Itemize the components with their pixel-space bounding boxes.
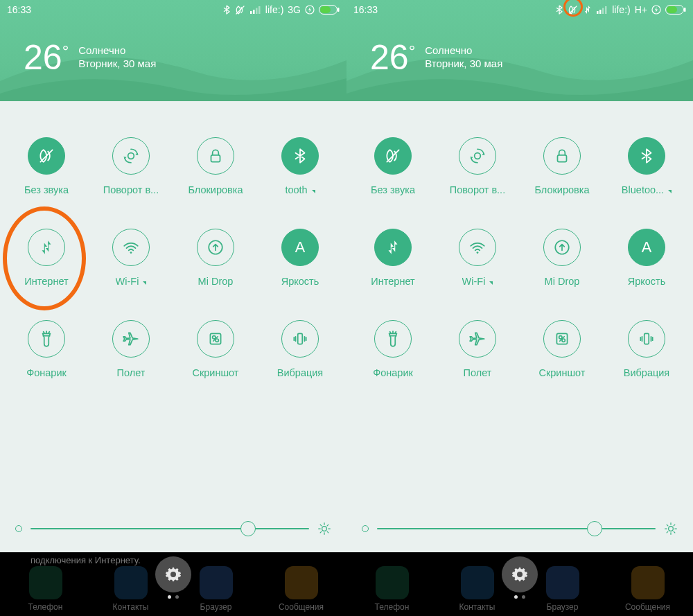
toggle-label: Скриншот bbox=[538, 367, 585, 378]
toggle-bright[interactable]: AЯркость bbox=[604, 229, 689, 287]
toggle-vibe[interactable]: Вибрация bbox=[604, 320, 689, 378]
toggle-bt[interactable]: Bluetoo... bbox=[604, 137, 689, 195]
toggle-label: Полет bbox=[117, 367, 146, 378]
weather-date: Вторник, 30 мая bbox=[425, 58, 502, 69]
dock-app[interactable]: Сообщения bbox=[260, 566, 343, 612]
settings-button[interactable] bbox=[502, 556, 538, 592]
shot-icon bbox=[543, 320, 581, 358]
svg-line-32 bbox=[327, 525, 328, 526]
svg-rect-35 bbox=[599, 10, 602, 14]
svg-line-17 bbox=[44, 332, 44, 333]
toggle-plane[interactable]: Полет bbox=[435, 320, 520, 378]
toggle-label: tooth bbox=[285, 184, 315, 195]
toggle-torch[interactable]: Фонарик bbox=[351, 320, 435, 378]
svg-rect-41 bbox=[667, 6, 677, 13]
toggle-rotate[interactable]: Поворот в... bbox=[89, 137, 173, 195]
gear-icon bbox=[511, 566, 528, 583]
toggle-wifi[interactable]: Wi-Fi bbox=[435, 229, 520, 287]
toggle-data[interactable]: Интернет bbox=[351, 229, 435, 287]
toggle-torch[interactable]: Фонарик bbox=[4, 320, 89, 378]
svg-rect-36 bbox=[602, 8, 604, 15]
svg-line-30 bbox=[327, 531, 328, 533]
toggle-lock[interactable]: Блокировка bbox=[173, 137, 258, 195]
page-dots bbox=[168, 595, 179, 599]
midrop-icon bbox=[543, 229, 581, 266]
svg-rect-2 bbox=[253, 10, 255, 14]
dock-app[interactable]: Сообщения bbox=[606, 566, 690, 612]
weather-date: Вторник, 30 мая bbox=[78, 58, 156, 69]
app-icon bbox=[29, 566, 62, 599]
weather-widget[interactable]: 26° Солнечно Вторник, 30 мая bbox=[346, 19, 693, 75]
brightness-auto-toggle[interactable] bbox=[362, 525, 369, 532]
svg-rect-34 bbox=[597, 11, 599, 14]
toggle-label: Вибрация bbox=[277, 367, 323, 378]
svg-line-31 bbox=[320, 531, 322, 533]
svg-point-54 bbox=[562, 339, 565, 342]
settings-button[interactable] bbox=[155, 556, 191, 592]
app-label: Сообщения bbox=[625, 602, 670, 612]
toggle-vibe[interactable]: Вибрация bbox=[258, 320, 342, 378]
status-network: 3G bbox=[288, 4, 301, 15]
torch-icon bbox=[28, 320, 65, 358]
app-label: Браузер bbox=[547, 602, 579, 612]
toggle-midrop[interactable]: Mi Drop bbox=[173, 229, 258, 287]
status-bar[interactable]: 16:33 life:) 3G bbox=[0, 0, 346, 19]
plane-icon bbox=[112, 320, 150, 358]
svg-point-43 bbox=[475, 153, 481, 159]
toggle-label: Скриншот bbox=[192, 367, 238, 378]
status-bar[interactable]: 16:33 life:) H+ bbox=[346, 0, 693, 19]
home-dock: подключения к Интернету. Телефон Контакт… bbox=[0, 552, 346, 616]
weather-widget[interactable]: 26° Солнечно Вторник, 30 мая bbox=[0, 19, 346, 75]
mute-icon bbox=[28, 137, 65, 175]
brightness-thumb[interactable] bbox=[587, 521, 602, 536]
toggle-wifi[interactable]: Wi-Fi bbox=[89, 229, 173, 287]
toggle-bright[interactable]: AЯркость bbox=[258, 229, 342, 287]
lock-icon bbox=[197, 137, 234, 175]
toggle-label: Mi Drop bbox=[545, 276, 580, 287]
brightness-slider[interactable] bbox=[377, 528, 656, 529]
dock-app[interactable]: Телефон bbox=[351, 566, 434, 612]
toggle-shot[interactable]: Скриншот bbox=[520, 320, 604, 378]
dock-app[interactable]: Телефон bbox=[4, 566, 87, 612]
weather-condition: Солнечно bbox=[78, 44, 156, 56]
brightness-slider[interactable] bbox=[30, 528, 309, 529]
svg-point-45 bbox=[477, 252, 479, 254]
home-dock: Телефон Контакты Браузер Сообщения bbox=[346, 552, 693, 616]
svg-text:A: A bbox=[295, 238, 306, 256]
svg-rect-8 bbox=[320, 6, 331, 13]
toggle-mute[interactable]: Без звука bbox=[4, 137, 89, 195]
page-dots bbox=[514, 595, 525, 599]
toggle-shot[interactable]: Скриншот bbox=[173, 320, 258, 378]
weather-temp: 26° bbox=[24, 40, 69, 75]
toggle-midrop[interactable]: Mi Drop bbox=[520, 229, 604, 287]
app-label: Телефон bbox=[28, 602, 63, 612]
battery-icon bbox=[665, 5, 686, 15]
app-label: Телефон bbox=[375, 602, 410, 612]
toggle-plane[interactable]: Полет bbox=[89, 320, 173, 378]
toggle-bt[interactable]: tooth bbox=[258, 137, 342, 195]
toggle-label: Интернет bbox=[371, 276, 414, 287]
app-icon bbox=[546, 566, 579, 599]
toggle-data[interactable]: Интернет bbox=[4, 229, 89, 287]
brightness-thumb[interactable] bbox=[240, 521, 256, 536]
toggle-lock[interactable]: Блокировка bbox=[520, 137, 604, 195]
sun-icon bbox=[664, 522, 678, 536]
status-time: 16:33 bbox=[353, 4, 378, 15]
app-label: Контакты bbox=[113, 602, 149, 612]
brightness-auto-toggle[interactable] bbox=[15, 525, 22, 532]
app-icon bbox=[285, 566, 318, 599]
toggle-mute[interactable]: Без звука bbox=[351, 137, 435, 195]
toggles-grid: Без звукаПоворот в...БлокировкаtoothИнте… bbox=[0, 114, 346, 378]
rotate-icon bbox=[459, 137, 496, 175]
toggle-label: Полет bbox=[464, 367, 492, 378]
status-icons: life:) 3G bbox=[222, 4, 340, 15]
quick-toggles-panel: Без звукаПоворот в...БлокировкаBluetoo..… bbox=[346, 101, 693, 552]
svg-rect-23 bbox=[298, 333, 303, 344]
svg-point-24 bbox=[322, 527, 327, 531]
mute-icon bbox=[374, 137, 412, 175]
toggle-rotate[interactable]: Поворот в... bbox=[435, 137, 520, 195]
toggle-label: Фонарик bbox=[26, 367, 67, 378]
svg-rect-44 bbox=[558, 155, 567, 162]
torch-icon bbox=[374, 320, 412, 358]
sun-icon bbox=[317, 522, 331, 536]
